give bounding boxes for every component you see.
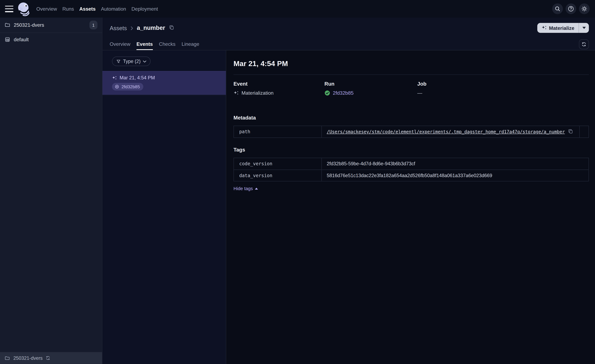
sidebar-group-count-badge: 1 [89, 21, 97, 29]
materialize-dropdown-button[interactable] [579, 23, 589, 33]
caret-down-icon [582, 27, 586, 29]
nav-item-deployment[interactable]: Deployment [131, 6, 158, 12]
materialize-button[interactable]: Materialize [537, 23, 579, 33]
page-title: a_number [137, 24, 165, 31]
materialize-split-button: Materialize [537, 23, 589, 33]
job-empty-value: — [417, 90, 422, 96]
sidebar-group-name: 250321-dvers [14, 22, 44, 28]
tag-key: code_version [234, 158, 322, 169]
footer-code-location-name: 250321-dvers [14, 355, 43, 361]
sync-icon [581, 42, 587, 47]
hamburger-menu-button[interactable] [5, 6, 14, 12]
table-row: data_version 5816d76e51c13dac22e3fa182a6… [234, 169, 588, 181]
metadata-table: path /Users/smackesey/stm/code/elementl/… [234, 126, 589, 138]
tab-lineage[interactable]: Lineage [182, 38, 199, 50]
chevron-right-icon [130, 26, 134, 30]
event-list-panel: Type (2) Mar 21, 4:54 PM 2fd32b85 [102, 50, 226, 364]
nav-item-automation[interactable]: Automation [101, 6, 126, 12]
breadcrumb-assets-link[interactable]: Assets [110, 25, 127, 31]
folder-icon [5, 355, 10, 361]
refresh-button[interactable] [579, 39, 589, 49]
sidebar-footer-code-location[interactable]: 250321-dvers [0, 352, 102, 364]
search-icon [554, 6, 561, 12]
materialize-button-label: Materialize [549, 25, 574, 31]
job-column: Job — [417, 81, 589, 96]
hide-tags-label: Hide tags [234, 186, 253, 191]
tag-key: data_version [234, 170, 322, 181]
run-column-label: Run [324, 81, 417, 87]
event-type-value: Materialization [241, 90, 274, 96]
table-row: code_version 2fd32b85-59be-4d7d-8d6e-943… [234, 158, 588, 169]
sidebar-group-row[interactable]: 250321-dvers 1 [0, 17, 102, 33]
main-nav: Overview Runs Assets Automation Deployme… [36, 6, 158, 12]
run-circle-dot-icon [115, 84, 119, 89]
folder-icon [5, 22, 10, 28]
gear-icon [581, 6, 587, 12]
dagster-app: Overview Runs Assets Automation Deployme… [0, 0, 595, 364]
copy-path-button[interactable] [568, 129, 573, 135]
materialization-sparkle-icon [112, 76, 117, 80]
event-filter-row: Type (2) [102, 50, 226, 66]
nav-item-runs[interactable]: Runs [62, 6, 74, 12]
dagster-logo-icon[interactable] [16, 1, 31, 17]
metadata-key: path [234, 126, 322, 138]
caret-up-icon [255, 188, 258, 190]
tags-heading: Tags [234, 147, 589, 153]
run-column: Run 2fd32b85 [324, 81, 417, 96]
run-id-chip[interactable]: 2fd32b85 [112, 83, 143, 91]
tags-table: code_version 2fd32b85-59be-4d7d-8d6e-943… [234, 158, 589, 182]
tag-value: 5816d76e51c13dac22e3fa182a654aa2d526fb50… [327, 173, 492, 178]
breadcrumb: Assets a_number Materialize [102, 17, 595, 38]
main-content: Assets a_number Materialize Overview Eve… [102, 17, 595, 364]
tag-value: 2fd32b85-59be-4d7d-8d6e-943b6b3d73cf [327, 161, 415, 167]
asset-sidebar: 250321-dvers 1 default 250321-dvers [0, 17, 102, 364]
type-filter-button[interactable]: Type (2) [112, 56, 150, 66]
divider [234, 75, 589, 75]
event-summary-columns: Event Materialization Run 2fd32b85 [234, 81, 589, 96]
help-button[interactable] [566, 3, 576, 14]
tab-events[interactable]: Events [136, 38, 153, 50]
filter-funnel-icon [116, 59, 121, 63]
asset-group-icon [5, 36, 10, 42]
copy-icon [568, 129, 573, 134]
sparkle-icon [541, 25, 547, 30]
search-button[interactable] [552, 3, 563, 14]
event-column-label: Event [234, 81, 325, 87]
help-icon [568, 6, 574, 12]
event-column: Event Materialization [234, 81, 325, 96]
sync-icon[interactable] [46, 356, 51, 361]
event-list: Mar 21, 4:54 PM 2fd32b85 [102, 71, 226, 95]
tab-checks[interactable]: Checks [159, 38, 175, 50]
asset-tabs: Overview Events Checks Lineage [102, 38, 595, 50]
top-nav-bar: Overview Runs Assets Automation Deployme… [0, 0, 595, 17]
settings-button[interactable] [579, 3, 589, 14]
metadata-heading: Metadata [234, 115, 589, 121]
table-row: path /Users/smackesey/stm/code/elementl/… [234, 126, 588, 138]
tab-overview[interactable]: Overview [110, 38, 130, 50]
hide-tags-button[interactable]: Hide tags [234, 186, 258, 191]
copy-asset-name-button[interactable] [169, 25, 174, 31]
event-detail-panel: Mar 21, 4:54 PM Event Materialization Ru… [226, 50, 595, 364]
nav-item-assets[interactable]: Assets [79, 6, 96, 12]
run-id-link[interactable]: 2fd32b85 [333, 90, 354, 96]
event-timestamp: Mar 21, 4:54 PM [120, 75, 155, 81]
type-filter-label: Type (2) [123, 59, 141, 64]
event-detail-title: Mar 21, 4:54 PM [234, 60, 589, 68]
sidebar-item-label: default [14, 36, 28, 42]
event-list-item-selected[interactable]: Mar 21, 4:54 PM 2fd32b85 [102, 71, 226, 95]
nav-item-overview[interactable]: Overview [36, 6, 57, 12]
events-view: Type (2) Mar 21, 4:54 PM 2fd32b85 [102, 50, 595, 364]
run-chip-label: 2fd32b85 [121, 84, 140, 89]
asset-header: Assets a_number Materialize Overview Eve… [102, 17, 595, 50]
metadata-path-link[interactable]: /Users/smackesey/stm/code/elementl/exper… [327, 129, 565, 134]
job-column-label: Job [417, 81, 589, 87]
copy-icon [169, 25, 174, 30]
top-nav-actions [552, 3, 590, 14]
run-success-check-icon [324, 90, 330, 96]
table-action-cell [579, 126, 588, 138]
sidebar-item-default[interactable]: default [0, 33, 102, 46]
materialization-sparkle-icon [234, 90, 239, 96]
chevron-down-icon [143, 60, 146, 63]
